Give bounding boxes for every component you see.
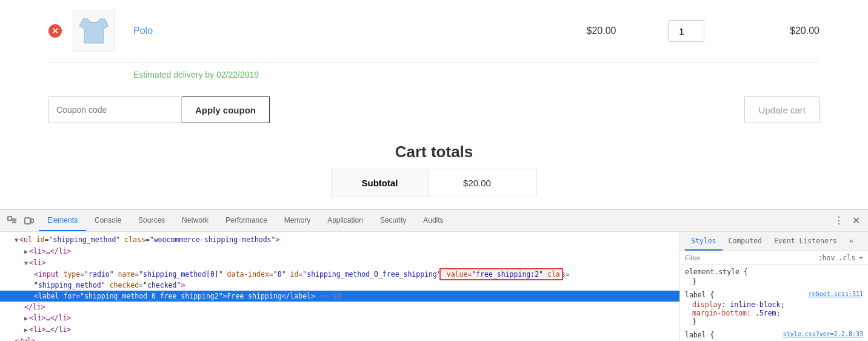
apply-coupon-button[interactable]: Apply coupon: [182, 96, 270, 123]
subtotal-value: $20.00: [429, 169, 526, 197]
dom-line: </li>: [0, 302, 679, 312]
collapse-triangle[interactable]: ▼: [24, 260, 28, 266]
dom-line: ▼<ul id="shipping_method" class="woocomm…: [0, 234, 679, 246]
hov-toggle[interactable]: :hov: [818, 254, 835, 262]
dom-line: ▶<li>…</li>: [0, 312, 679, 324]
style-rule-label-1: reboot.scss:311 label { display: inline-…: [685, 291, 863, 326]
style-source-link[interactable]: style.css?ver=2.2.8:33: [783, 331, 863, 337]
style-rule-element: element.style { }: [685, 268, 863, 286]
delivery-notice: Estimated delivery by 02/22/2019: [48, 62, 820, 87]
svg-rect-1: [25, 218, 30, 224]
dom-line: <input type="radio" name="shipping_metho…: [0, 269, 679, 280]
subtotal-label: Subtotal: [332, 169, 429, 197]
tab-performance[interactable]: Performance: [217, 210, 276, 231]
tab-application[interactable]: Application: [319, 210, 372, 231]
remove-item-icon[interactable]: ✕: [48, 24, 62, 38]
styles-content: element.style { } reboot.scss:311 label …: [680, 265, 868, 341]
cart-item-price: $20.00: [553, 25, 650, 36]
tab-sources[interactable]: Sources: [130, 210, 173, 231]
collapse-triangle[interactable]: ▶: [24, 315, 28, 322]
dom-line-highlighted[interactable]: <label for="shipping_method_0_free_shipp…: [0, 291, 679, 302]
add-style-icon[interactable]: +: [859, 254, 863, 262]
style-prop: }: [685, 317, 863, 326]
update-cart-button[interactable]: Update cart: [744, 96, 820, 123]
styles-tab-computed[interactable]: Computed: [723, 232, 768, 251]
cls-toggle[interactable]: .cls: [838, 254, 855, 262]
styles-filter-input[interactable]: [685, 254, 818, 262]
cart-item-image: [73, 10, 121, 52]
item-link[interactable]: Polo: [133, 25, 153, 36]
cart-item-name: Polo: [133, 25, 553, 36]
dom-line: ▶<li>…</li>: [0, 246, 679, 257]
styles-panel: Styles Computed Event Listeners » :hov .…: [680, 232, 868, 341]
dom-line: "shipping_method" checked="checked">: [0, 280, 679, 291]
style-selector: style.css?ver=2.2.8:33 label {: [685, 331, 863, 339]
cart-item-subtotal: $20.00: [723, 25, 820, 36]
svg-rect-0: [8, 217, 12, 220]
collapse-triangle[interactable]: ▶: [24, 248, 28, 255]
styles-filter-actions: :hov .cls +: [818, 254, 863, 262]
cart-remove: ✕: [48, 24, 73, 38]
cart-totals-title: Cart totals: [48, 143, 820, 161]
coupon-form: Apply coupon: [48, 96, 270, 123]
device-toggle-icon[interactable]: [22, 214, 36, 228]
cart-totals-section: Cart totals Subtotal $20.00: [48, 133, 820, 204]
tab-network[interactable]: Network: [173, 210, 217, 231]
devtools-tabs: Elements Console Sources Network Perform…: [39, 210, 452, 231]
style-prop: margin-bottom: .5rem;: [685, 309, 863, 317]
dom-line: </ul>: [0, 336, 679, 341]
style-prop: }: [685, 277, 863, 286]
style-prop: display: inline-block;: [685, 300, 863, 309]
coupon-row: Apply coupon Update cart: [48, 87, 820, 133]
styles-panel-tabs: Styles Computed Event Listeners »: [680, 232, 868, 251]
devtools-close-icon[interactable]: ✕: [849, 214, 863, 228]
tab-audits[interactable]: Audits: [415, 210, 452, 231]
cart-item-quantity: [650, 20, 723, 42]
quantity-input[interactable]: [668, 20, 704, 42]
styles-filter-row: :hov .cls +: [680, 251, 868, 265]
devtools-panel: Elements Console Sources Network Perform…: [0, 209, 868, 341]
style-selector: reboot.scss:311 label {: [685, 291, 863, 299]
shirt-svg: [79, 18, 109, 44]
totals-table: Subtotal $20.00: [331, 169, 537, 197]
style-rule-label-2: style.css?ver=2.2.8:33 label { font-weig…: [685, 331, 863, 341]
styles-tab-event-listeners[interactable]: Event Listeners: [768, 232, 843, 251]
devtools-toolbar: Elements Console Sources Network Perform…: [0, 210, 868, 232]
collapse-triangle[interactable]: ▶: [24, 326, 28, 333]
styles-tab-styles[interactable]: Styles: [685, 232, 723, 251]
devtools-body: ▼<ul id="shipping_method" class="woocomm…: [0, 232, 868, 341]
collapse-triangle[interactable]: ▼: [15, 237, 18, 243]
dom-line: ▼<li>: [0, 257, 679, 269]
tab-memory[interactable]: Memory: [276, 210, 319, 231]
item-thumbnail: [73, 10, 115, 52]
tab-elements[interactable]: Elements: [39, 210, 86, 231]
style-selector: element.style {: [685, 268, 863, 276]
style-source-link[interactable]: reboot.scss:311: [809, 291, 863, 297]
dom-panel[interactable]: ▼<ul id="shipping_method" class="woocomm…: [0, 232, 680, 341]
svg-rect-2: [31, 219, 33, 223]
inspect-element-icon[interactable]: [5, 214, 19, 228]
main-content: ✕ Polo $20.00 $20.00 Estimated delivery …: [0, 0, 868, 209]
dom-line: ▶<li>…</li>: [0, 324, 679, 336]
tab-console[interactable]: Console: [86, 210, 130, 231]
styles-tab-more[interactable]: »: [843, 232, 860, 251]
devtools-more-icon[interactable]: ⋮: [832, 214, 846, 228]
tab-security[interactable]: Security: [372, 210, 415, 231]
cart-item-row: ✕ Polo $20.00 $20.00: [48, 0, 820, 62]
coupon-input[interactable]: [48, 96, 182, 123]
